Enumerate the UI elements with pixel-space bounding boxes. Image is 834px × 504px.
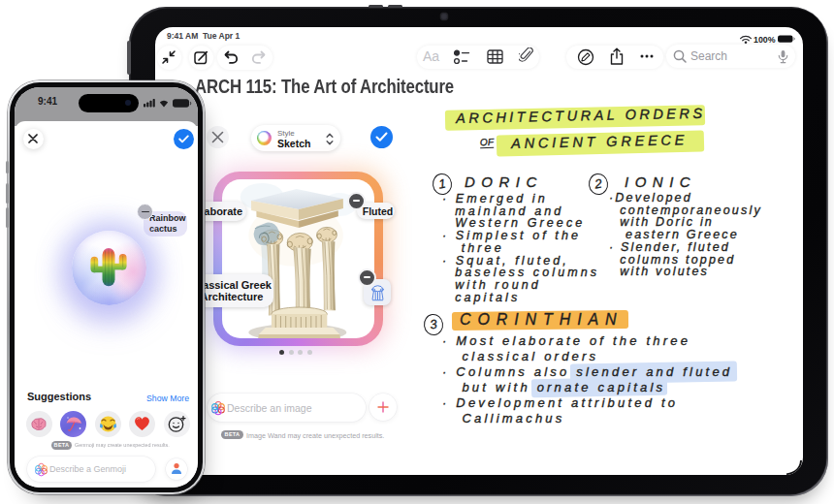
svg-text:100%: 100% [754,35,776,45]
